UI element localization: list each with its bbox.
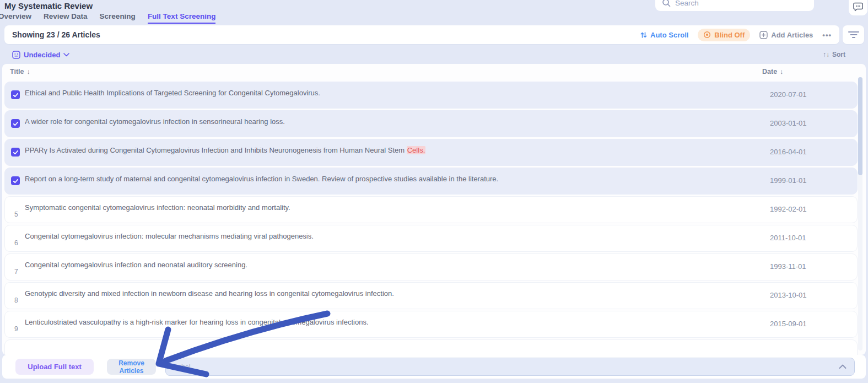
column-header-date[interactable]: Date ↓ bbox=[762, 68, 783, 75]
tab-screening[interactable]: Screening bbox=[100, 12, 136, 24]
row-checkbox[interactable] bbox=[11, 119, 20, 128]
collapsed-panel-label: Label bbox=[174, 363, 191, 371]
article-title-wrap: Congenital cytomegalovirus infection: mo… bbox=[25, 232, 758, 240]
sort-label: Sort bbox=[832, 51, 845, 58]
status-filter-label: Undecided bbox=[24, 51, 60, 59]
sort-desc-icon: ↓ bbox=[26, 68, 30, 75]
table-row[interactable]: 5 Symptomatic congenital cytomegalovirus… bbox=[4, 196, 858, 223]
status-filter-dropdown[interactable]: Undecided bbox=[12, 51, 69, 59]
article-title: Congenital cytomegalovirus infection: mo… bbox=[25, 232, 314, 240]
collapsed-label-panel[interactable]: Label bbox=[165, 358, 855, 376]
filter-lines-icon bbox=[848, 30, 860, 39]
table-row[interactable]: 9 Lenticulostriated vasculopathy is a hi… bbox=[4, 311, 858, 338]
tab-review-data[interactable]: Review Data bbox=[44, 12, 88, 24]
article-title-wrap: PPARγ Is Activated during Congenital Cyt… bbox=[25, 146, 758, 154]
table-header: Title ↓ Date ↓ bbox=[2, 64, 866, 79]
filter-button[interactable] bbox=[843, 25, 864, 44]
article-date: 2020-07-01 bbox=[770, 90, 807, 99]
article-date: 1992-02-01 bbox=[770, 205, 807, 213]
auto-scroll-button[interactable]: Auto Scroll bbox=[640, 31, 688, 39]
search-box[interactable] bbox=[655, 0, 814, 11]
search-input[interactable] bbox=[675, 0, 807, 7]
article-title: Congenital cytomegalovirus infection and… bbox=[25, 261, 247, 269]
table-row[interactable]: 8 Genotypic diversity and mixed infectio… bbox=[4, 282, 858, 309]
article-title: Report on a long-term study of maternal … bbox=[25, 175, 498, 183]
article-title-wrap: Genotypic diversity and mixed infection … bbox=[25, 289, 758, 298]
tab-overview[interactable]: Overview bbox=[0, 12, 31, 24]
more-options-button[interactable]: ••• bbox=[822, 31, 832, 39]
row-number: 7 bbox=[14, 268, 18, 276]
sort-updown-icon: ↑↓ bbox=[823, 51, 829, 58]
blind-toggle-label: Blind Off bbox=[714, 31, 745, 39]
article-date: 2015-09-01 bbox=[770, 320, 807, 328]
articles-toolbar: Showing 23 / 26 Articles Auto Scroll Bli… bbox=[4, 25, 839, 44]
chevron-up-icon[interactable] bbox=[839, 364, 847, 369]
date-column-label: Date bbox=[762, 68, 777, 75]
article-title-wrap: Ethical and Public Health Implications o… bbox=[25, 89, 758, 97]
table-row[interactable]: PPARγ Is Activated during Congenital Cyt… bbox=[4, 139, 858, 166]
article-date: 2011-10-01 bbox=[770, 234, 806, 242]
column-header-title[interactable]: Title ↓ bbox=[10, 68, 30, 75]
chevron-down-icon bbox=[63, 53, 69, 57]
article-rows: Ethical and Public Health Implications o… bbox=[2, 82, 866, 355]
article-title: Symptomatic congenital cytomegalovirus i… bbox=[25, 203, 290, 212]
blind-eye-icon bbox=[703, 31, 711, 39]
undecided-face-icon bbox=[12, 51, 20, 59]
scrollbar-thumb[interactable] bbox=[858, 77, 862, 175]
upload-full-text-button[interactable]: Upload Full text bbox=[15, 359, 94, 375]
article-title-wrap: Report on a long-term study of maternal … bbox=[25, 175, 758, 183]
tab-bar: Overview Review Data Screening Full Text… bbox=[0, 12, 215, 24]
article-date: 1999-01-01 bbox=[770, 176, 807, 185]
page-title: My Systematic Review bbox=[4, 1, 93, 10]
article-title-wrap: Lenticulostriated vasculopathy is a high… bbox=[25, 318, 758, 326]
blind-toggle-button[interactable]: Blind Off bbox=[698, 29, 750, 41]
article-title-wrap: Congenital cytomegalovirus infection and… bbox=[25, 261, 758, 269]
row-number: 8 bbox=[14, 296, 18, 304]
row-checkbox[interactable] bbox=[11, 176, 20, 185]
article-title: A wider role for congenital cytomegalovi… bbox=[25, 117, 285, 126]
article-date: 1993-11-01 bbox=[770, 262, 806, 271]
highlighted-term: Cells. bbox=[407, 146, 426, 154]
auto-scroll-icon bbox=[640, 31, 647, 39]
chat-bubble-icon bbox=[853, 1, 864, 12]
row-checkbox[interactable] bbox=[11, 148, 20, 157]
article-title-wrap: A wider role for congenital cytomegalovi… bbox=[25, 117, 758, 126]
remove-articles-button[interactable]: Remove Articles bbox=[107, 359, 156, 375]
title-column-label: Title bbox=[10, 68, 24, 75]
table-row[interactable]: A wider role for congenital cytomegalovi… bbox=[4, 110, 858, 137]
article-title-wrap: Symptomatic congenital cytomegalovirus i… bbox=[25, 203, 758, 212]
article-date: 2003-01-01 bbox=[770, 119, 807, 127]
row-checkbox[interactable] bbox=[11, 90, 20, 99]
feedback-button[interactable] bbox=[849, 0, 867, 15]
article-title: PPARγ Is Activated during Congenital Cyt… bbox=[25, 146, 407, 154]
bottom-action-bar: Upload Full text Remove Articles Label bbox=[2, 355, 866, 379]
table-row[interactable]: 7 Congenital cytomegalovirus infection a… bbox=[4, 253, 858, 280]
article-title: Ethical and Public Health Implications o… bbox=[25, 89, 320, 97]
tab-full-text-screening[interactable]: Full Text Screening bbox=[148, 12, 216, 24]
articles-table: Title ↓ Date ↓ Ethical and Public Health… bbox=[2, 64, 866, 355]
filter-bar: Undecided ↑↓ Sort bbox=[4, 46, 853, 63]
sort-button[interactable]: ↑↓ Sort bbox=[823, 51, 845, 58]
sort-desc-icon: ↓ bbox=[780, 68, 783, 75]
row-number: 9 bbox=[14, 325, 18, 333]
add-articles-button[interactable]: Add Articles bbox=[759, 31, 813, 39]
table-row[interactable]: Ethical and Public Health Implications o… bbox=[4, 82, 858, 109]
row-number: 5 bbox=[14, 211, 18, 218]
table-row[interactable] bbox=[4, 339, 858, 355]
article-title: Lenticulostriated vasculopathy is a high… bbox=[25, 318, 369, 326]
auto-scroll-label: Auto Scroll bbox=[650, 31, 688, 39]
showing-count-label: Showing 23 / 26 Articles bbox=[12, 30, 100, 39]
row-number: 6 bbox=[14, 239, 18, 247]
search-icon bbox=[662, 0, 671, 7]
table-row[interactable]: 6 Congenital cytomegalovirus infection: … bbox=[4, 225, 858, 252]
table-row[interactable]: Report on a long-term study of maternal … bbox=[4, 168, 858, 195]
article-date: 2013-10-01 bbox=[770, 291, 807, 299]
full-text-screening-page: My Systematic Review Overview Review Dat… bbox=[0, 0, 868, 383]
article-title: Genotypic diversity and mixed infection … bbox=[25, 289, 394, 298]
article-date: 2016-04-01 bbox=[770, 148, 807, 156]
add-square-icon bbox=[759, 31, 768, 39]
add-articles-label: Add Articles bbox=[771, 31, 813, 39]
